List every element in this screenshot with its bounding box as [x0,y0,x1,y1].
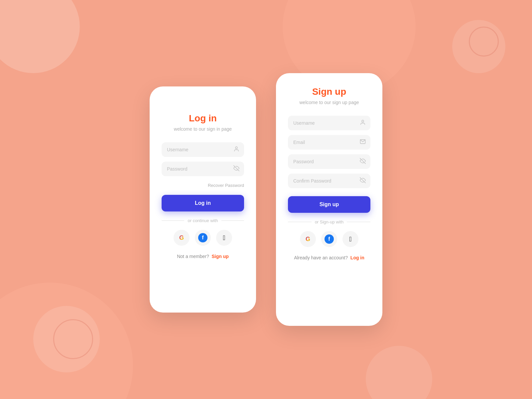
signup-password-input[interactable] [288,154,370,169]
bg-decoration-3 [0,0,80,73]
password-input[interactable] [162,162,244,176]
signup-confirm-password-input[interactable] [288,174,370,188]
google-login-button[interactable]: G [174,230,190,246]
divider-label: or continue with [188,218,218,223]
signup-google-icon: G [306,236,310,243]
signup-apple-icon:  [349,235,351,243]
signup-divider-line-left [288,222,312,222]
login-card: Log in welcome to our sign in page [150,86,256,313]
confirm-eye-off-icon[interactable] [360,177,366,185]
signup-username-input[interactable] [288,116,370,130]
signup-subtitle: welcome to our sign up page [288,100,370,105]
not-member-text: Not a member? [177,254,209,259]
divider-line-left [162,220,184,221]
recover-password-link[interactable]: Recover Password [208,183,244,188]
signup-title: Sign up [288,86,370,97]
signup-user-icon [360,119,366,127]
signup-social-row: G f  [288,231,370,247]
facebook-signup-button[interactable]: f [321,231,337,247]
signup-button[interactable]: Sign up [288,196,370,213]
eye-off-icon[interactable] [233,165,239,173]
signup-password-input-group [288,154,370,169]
login-social-row: G f  [162,230,244,246]
divider-line-right [221,220,244,221]
apple-icon:  [223,234,225,242]
bg-decoration-8 [366,346,432,399]
apple-login-button[interactable]:  [216,230,232,246]
password-input-group [162,162,244,176]
signup-facebook-icon: f [325,234,334,244]
cards-container: Log in welcome to our sign in page [150,73,382,326]
svg-point-0 [235,147,237,149]
login-title: Log in [162,113,244,124]
bg-decoration-1 [0,283,133,399]
google-icon: G [179,234,184,241]
bg-decoration-5 [53,319,93,359]
login-divider: or continue with [162,218,244,223]
facebook-icon: f [198,233,207,242]
signup-email-input[interactable] [288,135,370,150]
signup-email-input-group [288,135,370,150]
svg-point-2 [362,120,364,122]
signup-eye-off-icon[interactable] [360,158,366,165]
recover-password-row: Recover Password [162,182,244,188]
username-input-group [162,142,244,157]
mail-icon [360,139,366,146]
login-subtitle: welcome to our sign in page [162,126,244,132]
bg-decoration-7 [469,27,499,57]
already-member-text: Already have an account? [294,255,348,260]
apple-signup-button[interactable]:  [342,231,358,247]
user-icon [233,146,239,153]
signup-username-input-group [288,116,370,130]
signup-divider-line-right [347,222,370,222]
login-bottom-link: Not a member? Sign up [162,254,244,259]
signup-divider: or Sign-up with [288,219,370,224]
bg-decoration-4 [33,306,100,372]
google-signup-button[interactable]: G [300,231,316,247]
username-input[interactable] [162,142,244,157]
facebook-login-button[interactable]: f [195,230,211,246]
signup-bottom-link: Already have an account? Log in [288,255,370,260]
bg-decoration-6 [452,20,505,73]
signup-confirm-password-input-group [288,174,370,188]
signup-divider-label: or Sign-up with [315,219,344,224]
signup-card: Sign up welcome to our sign up page [276,73,382,326]
login-link[interactable]: Log in [350,255,364,260]
login-button[interactable]: Log in [162,195,244,211]
signup-link[interactable]: Sign up [211,254,228,259]
